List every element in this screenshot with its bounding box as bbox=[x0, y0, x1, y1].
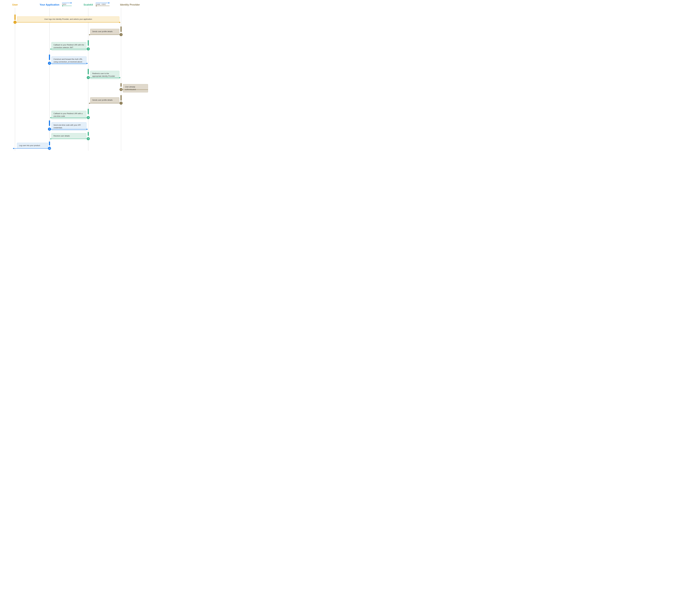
activation-sk-3 bbox=[88, 40, 89, 46]
step-5-arrow bbox=[89, 78, 120, 78]
activation-app-11 bbox=[49, 141, 50, 146]
step-7-arrow bbox=[89, 103, 120, 104]
activation-app-9 bbox=[49, 120, 50, 126]
step-10-message: Receive user details bbox=[51, 133, 86, 139]
step-2-text: Sends user profile details bbox=[92, 30, 113, 32]
step-7-message: Sends user profile details bbox=[90, 97, 119, 103]
step-2-arrow bbox=[89, 35, 120, 35]
step-5-badge: 5 bbox=[87, 76, 90, 79]
step-1-arrow bbox=[15, 22, 120, 23]
activation-user-1 bbox=[15, 15, 16, 20]
step-4-arrow bbox=[50, 63, 88, 64]
activation-idp-2 bbox=[120, 26, 121, 32]
lane-header-scalekit: Scalekit bbox=[84, 3, 93, 6]
step-11-message: Log user into your product bbox=[17, 143, 48, 149]
step-10-arrow bbox=[50, 139, 88, 139]
sequence-diagram: User Your Application Scalekit Identity … bbox=[0, 0, 172, 154]
step-1-badge: 1 bbox=[14, 21, 17, 24]
step-11-text: Log user into your product bbox=[19, 145, 40, 147]
step-9-text: Send one-time code with your API credent… bbox=[53, 124, 81, 129]
step-3-badge: 3 bbox=[87, 47, 90, 50]
step-5-text: Redirects user to the appropriate Identi… bbox=[92, 72, 115, 77]
step-6-badge: 6 bbox=[119, 88, 123, 91]
step-10-badge: 9 bbox=[87, 137, 90, 140]
step-8-text: Callback to your Redirect URI with a one… bbox=[53, 112, 83, 117]
lane-header-app: Your Application bbox=[40, 3, 59, 6]
lane-header-user: User bbox=[12, 3, 18, 6]
step-1-message: User logs into Identity Provider, and se… bbox=[17, 16, 119, 22]
activation-app-4 bbox=[49, 54, 50, 60]
step-7-badge: 7 bbox=[119, 102, 123, 105]
activation-sk-8 bbox=[88, 109, 89, 114]
step-8-badge: 8 bbox=[87, 116, 90, 119]
activation-sk-5 bbox=[88, 69, 89, 74]
step-4-badge: 4 bbox=[48, 62, 51, 65]
step-7-text: Sends user profile details bbox=[92, 99, 113, 101]
step-9-badge: 9 bbox=[48, 128, 51, 131]
step-6-arrow bbox=[122, 89, 148, 90]
step-3-text: Callback to your Redirect URI with the c… bbox=[53, 44, 84, 48]
activation-sk-10 bbox=[88, 132, 89, 136]
activation-idp-6 bbox=[120, 83, 121, 87]
lifeline-user bbox=[15, 8, 15, 151]
step-2-message: Sends user profile details bbox=[90, 29, 119, 35]
legend-saml-oidc: SAML, OIDC bbox=[96, 3, 110, 6]
activation-idp-7 bbox=[120, 95, 121, 101]
step-1-text: User logs into Identity Provider, and se… bbox=[44, 18, 92, 20]
step-9-arrow bbox=[50, 129, 88, 129]
step-4-text: Construct and forward the Auth URL using… bbox=[53, 58, 83, 63]
step-11-arrow bbox=[13, 148, 49, 149]
step-2-badge: 2 bbox=[119, 33, 123, 36]
step-6-message: User already authenticated bbox=[123, 84, 148, 92]
step-8-arrow bbox=[50, 117, 88, 118]
lane-header-idp: Identity Provider bbox=[120, 3, 140, 6]
lifeline-scalekit bbox=[88, 8, 88, 151]
legend-saml-oidc-label: SAML, OIDC bbox=[96, 3, 106, 5]
legend-oidc: OIDC bbox=[62, 3, 72, 6]
step-10-text: Receive user details bbox=[53, 135, 70, 137]
step-11-badge: 10 bbox=[48, 147, 51, 150]
